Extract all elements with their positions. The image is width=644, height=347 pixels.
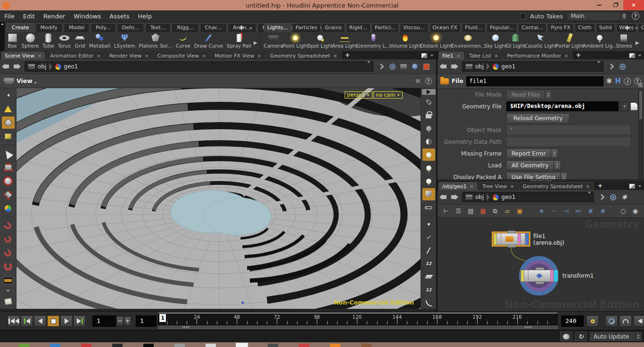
missing-frame-menu[interactable]: Report Error [506,149,558,158]
shelf-tab[interactable]: Crowds [638,23,644,32]
pane-menu-icon[interactable] [430,55,433,57]
stereo-glasses-icon[interactable] [422,201,435,214]
snap-multi-icon[interactable] [2,261,15,273]
color-palette-icon[interactable]: ▦ [479,207,487,215]
close-icon[interactable]: × [144,53,149,58]
shelf-tool[interactable]: GI Light [506,32,525,49]
snapshot-icon[interactable] [399,62,408,71]
node-flag-template[interactable] [550,270,553,281]
set-keyframe-button[interactable] [586,315,599,327]
show-grid-icon[interactable]: # [599,207,607,215]
gear-icon[interactable]: ✱ [606,77,612,85]
shelf-tool[interactable]: Platonic Sol... [139,32,172,49]
notes-icon[interactable] [2,295,15,307]
shelf-tab[interactable]: Populat... [487,23,518,32]
path-field[interactable]: obj geo1 [462,192,594,202]
view-tool-menu-icon[interactable] [34,82,37,84]
close-icon[interactable]: × [494,53,498,58]
shelf-tab[interactable]: Grains [322,23,345,32]
node-flag-lock[interactable] [497,233,501,245]
pane-tab[interactable]: Composite View × [154,51,210,59]
pane-maximize-icon[interactable] [629,53,635,58]
pane-tab[interactable]: Tree View × [479,182,518,190]
normal-lighting-icon[interactable] [422,162,435,174]
nav-back-icon[interactable] [439,64,447,69]
nav-forward-icon[interactable] [451,64,458,69]
nav-back-icon[interactable] [2,64,9,69]
close-icon[interactable]: × [470,184,474,189]
taskbar-icon[interactable] [112,344,123,347]
nav-back-icon[interactable] [439,194,447,200]
snap-point-icon[interactable] [2,247,15,259]
lock-camera-icon[interactable] [422,109,435,121]
take-menu-spinner[interactable] [620,12,627,20]
shelf-tab[interactable]: Pyro FX [547,23,574,32]
pane-tab[interactable]: Take List × [465,51,502,59]
param-scrollbar[interactable] [638,90,643,181]
taskbar-icon[interactable] [50,344,60,347]
previous-keyframe-button[interactable] [21,315,33,327]
viewport-help-icon[interactable]: ? [425,77,432,84]
frame-range-slider[interactable] [158,325,558,330]
follow-selection-icon[interactable] [618,62,627,71]
snapshot-view-icon[interactable]: ⧉ [491,207,499,215]
add-shelf-tab-button[interactable]: + [236,24,248,32]
shelf-overflow-arrow[interactable]: ▶ [636,40,639,45]
shelf-tool[interactable]: Ambient Lig... [583,32,616,49]
play-forward-button[interactable] [60,315,73,327]
node-transform1[interactable]: transform1 [520,270,558,282]
windows-taskbar[interactable] [0,342,644,347]
menu-item[interactable]: Assets [105,10,133,22]
path-dropdown-icon[interactable] [597,61,600,70]
path-root[interactable]: obj [475,194,484,200]
follow-selection-icon[interactable] [388,62,396,71]
shelf-scroll-strip[interactable] [0,22,5,51]
load-menu[interactable]: All Geometry [506,160,561,170]
display-point-numbers-icon[interactable]: 12 [422,257,435,270]
decrement-frame-button[interactable]: − [116,316,124,326]
align-nodes-icon[interactable]: ⊣ [562,207,570,215]
close-icon[interactable]: × [257,53,262,58]
play-backward-button[interactable] [34,315,46,327]
shelf-tab[interactable]: Particles [292,23,321,32]
shelf-tool[interactable]: Spot Light [308,32,333,49]
timeline-ruler[interactable]: 1 24487296120144168192216 [158,313,558,325]
node-name-field[interactable]: file1 [466,76,603,86]
shelf-tool[interactable]: Distant Light [421,32,452,49]
node-flag-bypass[interactable] [494,233,497,245]
pane-menu-icon[interactable] [638,55,641,57]
taskbar-icon[interactable] [237,344,247,347]
display-prim-numbers-icon[interactable]: 12 [422,284,435,296]
visibility-icon[interactable]: ◉ [631,207,639,215]
taskbar-icon[interactable] [206,344,216,347]
path-dropdown-icon[interactable] [588,192,591,200]
tree-view-icon[interactable]: ⊢ [442,207,450,215]
headlight-icon[interactable] [422,149,435,161]
node-flag-template[interactable] [518,233,521,245]
distribute-vertical-icon[interactable]: ⧺ [538,207,546,215]
playhead[interactable]: 1 [159,314,166,322]
shelf-tool[interactable]: Tube [42,32,54,49]
collapse-toolbar-icon[interactable] [2,89,15,101]
pane-tab[interactable]: Render View × [106,51,153,59]
gear-icon[interactable]: ✱ [620,193,628,201]
translate-tool-icon[interactable] [2,161,15,174]
shelf-tab[interactable]: Text... [145,23,171,32]
add-pane-tab-button[interactable]: + [342,51,353,59]
pane-grip-icon[interactable] [638,83,643,87]
help-icon[interactable]: ? [632,12,639,20]
pane-tab[interactable]: Performance Monitor × [503,51,572,59]
node-flag-display[interactable] [553,270,558,281]
taskbar-icon[interactable] [19,344,29,347]
viewport-cam-slot-menu[interactable]: no cam [373,91,403,99]
shelf-tool[interactable]: Geometry L... [357,32,389,49]
pane-tab[interactable]: Animation Editor × [46,51,104,59]
show-objects-icon[interactable] [2,103,15,115]
shelf-tool[interactable]: Metaball [89,32,110,49]
shelf-tab[interactable]: Modify [35,23,63,32]
add-pane-tab-button[interactable]: + [595,182,606,190]
pane-tab[interactable]: Motion FX View × [211,51,265,59]
list-view-icon[interactable]: ☰ [454,207,462,215]
take-menu[interactable]: Main [567,12,628,21]
select-dynamics-icon[interactable] [2,130,15,142]
